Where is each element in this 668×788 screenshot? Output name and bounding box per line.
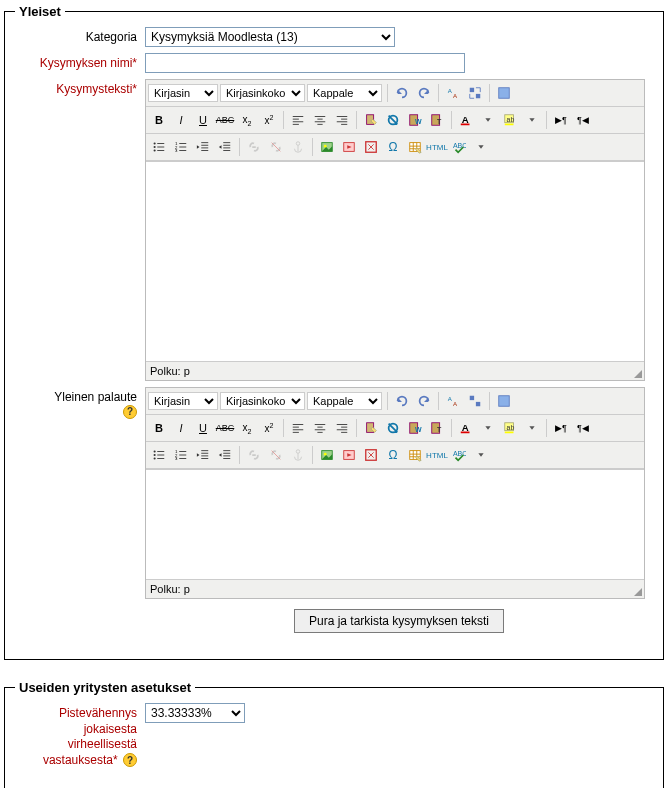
- fb-redo-icon[interactable]: [414, 391, 434, 411]
- svg-point-43: [154, 450, 156, 452]
- table-icon[interactable]: [405, 137, 425, 157]
- divider-icon: [283, 111, 284, 129]
- fb-bg-color-dropdown-icon[interactable]: [522, 418, 542, 438]
- undo-icon[interactable]: [392, 83, 412, 103]
- category-select[interactable]: Kysymyksiä Moodlesta (13): [145, 27, 395, 47]
- fb-html-icon[interactable]: HTML: [427, 445, 447, 465]
- rtl-icon[interactable]: ¶◀: [573, 110, 593, 130]
- fb-spellcheck-dropdown-icon[interactable]: [471, 445, 491, 465]
- bold-icon[interactable]: B: [149, 110, 169, 130]
- spellcheck-icon[interactable]: ABC: [449, 137, 469, 157]
- fb-undo-icon[interactable]: [392, 391, 412, 411]
- special-char-icon[interactable]: Ω: [383, 137, 403, 157]
- strikethrough-icon[interactable]: ABC: [215, 110, 235, 130]
- fb-strikethrough-icon[interactable]: ABC: [215, 418, 235, 438]
- fb-remove-format-icon[interactable]: [383, 418, 403, 438]
- fb-link-icon[interactable]: [244, 445, 264, 465]
- fb-align-right-icon[interactable]: [332, 418, 352, 438]
- fb-anchor-icon[interactable]: [288, 445, 308, 465]
- paragraph-select[interactable]: Kappale: [307, 84, 382, 102]
- indent-icon[interactable]: [215, 137, 235, 157]
- fb-unlink-icon[interactable]: [266, 445, 286, 465]
- fb-resize-handle-icon[interactable]: [632, 586, 642, 596]
- fb-indent-icon[interactable]: [215, 445, 235, 465]
- nonbreaking-icon[interactable]: [361, 137, 381, 157]
- feedback-text-area[interactable]: [146, 469, 644, 579]
- fb-align-center-icon[interactable]: [310, 418, 330, 438]
- remove-format-icon[interactable]: [383, 110, 403, 130]
- outdent-icon[interactable]: [193, 137, 213, 157]
- fb-text-color-dropdown-icon[interactable]: [478, 418, 498, 438]
- fb-superscript-icon[interactable]: x2: [259, 418, 279, 438]
- redo-icon[interactable]: [414, 83, 434, 103]
- divider-icon: [239, 138, 240, 156]
- fb-paste-word-icon[interactable]: W: [405, 418, 425, 438]
- fb-find-replace-icon[interactable]: AA: [443, 391, 463, 411]
- italic-icon[interactable]: I: [171, 110, 191, 130]
- fb-italic-icon[interactable]: I: [171, 418, 191, 438]
- paste-text-icon[interactable]: T: [427, 110, 447, 130]
- fb-align-left-icon[interactable]: [288, 418, 308, 438]
- fb-font-family-select[interactable]: Kirjasin: [148, 392, 218, 410]
- svg-text:A: A: [448, 395, 453, 402]
- html-icon[interactable]: HTML: [427, 137, 447, 157]
- fb-text-color-icon[interactable]: A: [456, 418, 476, 438]
- font-size-select[interactable]: Kirjasinkoko: [220, 84, 305, 102]
- link-icon[interactable]: [244, 137, 264, 157]
- align-right-icon[interactable]: [332, 110, 352, 130]
- penalty-select[interactable]: 33.33333%: [145, 703, 245, 723]
- insert-media-icon[interactable]: [339, 137, 359, 157]
- text-color-dropdown-icon[interactable]: [478, 110, 498, 130]
- fb-nonbreaking-icon[interactable]: [361, 445, 381, 465]
- name-input[interactable]: [145, 53, 465, 73]
- help-icon[interactable]: ?: [123, 405, 137, 419]
- spellcheck-dropdown-icon[interactable]: [471, 137, 491, 157]
- toggle-fullscreen-icon[interactable]: [465, 83, 485, 103]
- ltr-icon[interactable]: ▶¶: [551, 110, 571, 130]
- bg-color-icon[interactable]: ab: [500, 110, 520, 130]
- fb-number-list-icon[interactable]: 123: [171, 445, 191, 465]
- fb-table-icon[interactable]: [405, 445, 425, 465]
- find-replace-icon[interactable]: AA: [443, 83, 463, 103]
- font-family-select[interactable]: Kirjasin: [148, 84, 218, 102]
- fb-paragraph-select[interactable]: Kappale: [307, 392, 382, 410]
- fb-ltr-icon[interactable]: ▶¶: [551, 418, 571, 438]
- label-penalty: Pistevähennys jokaisesta virheellisestä …: [15, 703, 145, 768]
- fb-font-size-select[interactable]: Kirjasinkoko: [220, 392, 305, 410]
- fb-rtl-icon[interactable]: ¶◀: [573, 418, 593, 438]
- fb-outdent-icon[interactable]: [193, 445, 213, 465]
- decode-verify-button[interactable]: Pura ja tarkista kysymyksen teksti: [294, 609, 504, 633]
- fb-special-char-icon[interactable]: Ω: [383, 445, 403, 465]
- fb-bullet-list-icon[interactable]: [149, 445, 169, 465]
- paste-plain-icon[interactable]: [361, 110, 381, 130]
- bg-color-dropdown-icon[interactable]: [522, 110, 542, 130]
- fb-subscript-icon[interactable]: x2: [237, 418, 257, 438]
- svg-rect-39: [461, 432, 470, 434]
- fb-paste-plain-icon[interactable]: [361, 418, 381, 438]
- resize-handle-icon[interactable]: [632, 368, 642, 378]
- align-center-icon[interactable]: [310, 110, 330, 130]
- text-color-icon[interactable]: A: [456, 110, 476, 130]
- paste-word-icon[interactable]: W: [405, 110, 425, 130]
- subscript-icon[interactable]: x2: [237, 110, 257, 130]
- number-list-icon[interactable]: 123: [171, 137, 191, 157]
- anchor-icon[interactable]: [288, 137, 308, 157]
- fb-insert-media-icon[interactable]: [339, 445, 359, 465]
- fb-fullscreen-icon[interactable]: [494, 391, 514, 411]
- fb-bold-icon[interactable]: B: [149, 418, 169, 438]
- underline-icon[interactable]: U: [193, 110, 213, 130]
- fb-toggle-fullscreen-icon[interactable]: [465, 391, 485, 411]
- fb-spellcheck-icon[interactable]: ABC: [449, 445, 469, 465]
- fb-paste-text-icon[interactable]: T: [427, 418, 447, 438]
- bullet-list-icon[interactable]: [149, 137, 169, 157]
- question-text-area[interactable]: [146, 161, 644, 361]
- superscript-icon[interactable]: x2: [259, 110, 279, 130]
- unlink-icon[interactable]: [266, 137, 286, 157]
- fb-insert-image-icon[interactable]: [317, 445, 337, 465]
- fb-bg-color-icon[interactable]: ab: [500, 418, 520, 438]
- insert-image-icon[interactable]: [317, 137, 337, 157]
- fb-underline-icon[interactable]: U: [193, 418, 213, 438]
- fullscreen-icon[interactable]: [494, 83, 514, 103]
- align-left-icon[interactable]: [288, 110, 308, 130]
- help-icon[interactable]: ?: [123, 753, 137, 767]
